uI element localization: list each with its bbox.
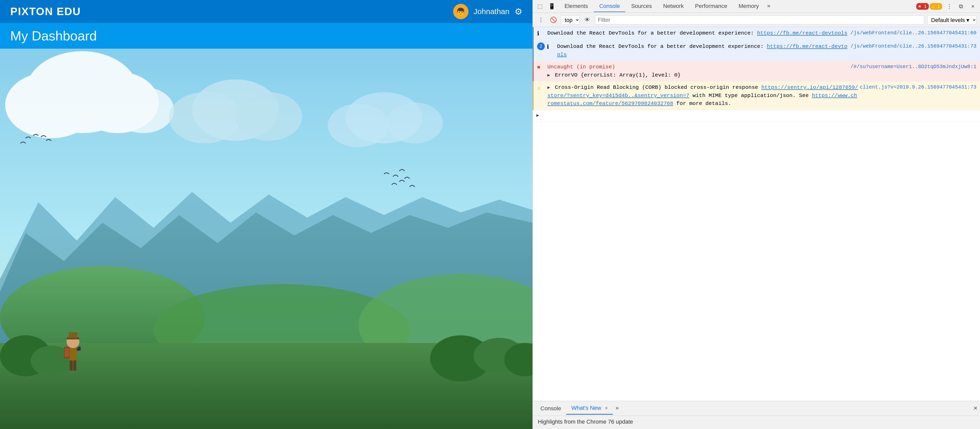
- msg-content-3: Uncaught (in promise) ▶ ErrorVO {errorLi…: [547, 63, 850, 79]
- tab-memory[interactable]: Memory: [733, 1, 764, 12]
- react-devtools-link-1[interactable]: https://fb.me/react-devtools: [757, 30, 847, 36]
- console-filter-input[interactable]: [595, 15, 924, 25]
- devtools-settings-button[interactable]: ⋮: [945, 2, 954, 11]
- console-eye-button[interactable]: 👁: [583, 15, 592, 25]
- svg-rect-28: [70, 361, 73, 371]
- tab-elements[interactable]: Elements: [559, 1, 594, 12]
- console-messages-area: ℹ Download the React DevTools for a bett…: [533, 27, 980, 401]
- warning-icon-1: ⚠: [537, 84, 545, 92]
- msg-content-1: Download the React DevTools for a better…: [547, 29, 850, 37]
- console-message-4: ⚠ ▶ Cross-Origin Read Blocking (CORB) bl…: [533, 81, 980, 110]
- pixton-main-content: [0, 49, 533, 429]
- devtools-panel: ⬚ 📱 Elements Console Sources Network Per…: [533, 0, 980, 429]
- dashboard-title: My Dashboard: [10, 28, 97, 43]
- tab-network[interactable]: Network: [657, 1, 689, 12]
- expand-arrow-3[interactable]: ▶: [536, 112, 539, 119]
- error-main-text: Uncaught (in promise): [547, 63, 850, 71]
- msg-location-2[interactable]: /js/webFrontend/clie..26.1569477045431:7…: [850, 43, 977, 50]
- expand-arrow-2[interactable]: ▶: [547, 85, 550, 90]
- svg-rect-29: [73, 361, 76, 371]
- pixton-user-area: 👦 Johnathan ⚙: [453, 4, 522, 19]
- console-expand-row: ▶: [533, 110, 980, 121]
- devtools-inspect-icon[interactable]: ⬚: [535, 2, 544, 11]
- svg-rect-27: [65, 348, 69, 357]
- bottom-tab-more[interactable]: »: [613, 403, 621, 414]
- devtools-bottom-panel: Console What's New × » × Highlights from…: [533, 401, 980, 429]
- expand-arrow-1[interactable]: ▶: [547, 73, 550, 78]
- pixton-app: PIXTON EDU 👦 Johnathan ⚙ My Dashboard: [0, 0, 533, 429]
- svg-point-4: [113, 87, 174, 133]
- console-toolbar: ⋮ 🚫 top 👁 Default levels ▾: [533, 13, 980, 27]
- svg-rect-31: [78, 346, 81, 349]
- svg-point-10: [387, 102, 443, 143]
- whats-new-text: Highlights from the Chrome 76 update: [538, 418, 633, 425]
- pixton-header: PIXTON EDU 👦 Johnathan ⚙: [0, 0, 533, 23]
- error-sub-text: ▶ ErrorVO {errorList: Array(1), level: 0…: [547, 71, 850, 79]
- error-icon-1: ✖: [537, 64, 545, 72]
- devtools-toolbar: ⬚ 📱 Elements Console Sources Network Per…: [533, 0, 980, 13]
- devtools-tabs: Elements Console Sources Network Perform…: [559, 1, 914, 12]
- devtools-badges: ✖ 1 ⚠ 1: [916, 3, 942, 10]
- pixton-dashboard-title-bar: My Dashboard: [0, 23, 533, 49]
- bottom-content-area: Highlights from the Chrome 76 update: [533, 416, 980, 428]
- tab-more[interactable]: »: [764, 1, 773, 11]
- msg-content-4: ▶ Cross-Origin Read Blocking (CORB) bloc…: [547, 83, 860, 108]
- context-selector[interactable]: top: [561, 15, 580, 25]
- info-icon-2: ℹ: [547, 43, 555, 51]
- msg-location-4[interactable]: client.js?v=2019.9.26.1569477045431:73: [860, 83, 977, 91]
- msg-location-1[interactable]: /js/webFrontend/clie..26.1569477045431:6…: [850, 29, 977, 37]
- console-message-1: ℹ Download the React DevTools for a bett…: [533, 27, 980, 40]
- tab-console[interactable]: Console: [594, 1, 626, 12]
- log-level-selector[interactable]: Default levels ▾: [927, 15, 977, 25]
- pixton-avatar: 👦: [453, 4, 468, 19]
- devtools-device-icon[interactable]: 📱: [547, 2, 556, 11]
- error-badge: ✖ 1: [916, 3, 929, 10]
- svg-point-7: [235, 92, 302, 141]
- console-message-3: ✖ Uncaught (in promise) ▶ ErrorVO {error…: [533, 61, 980, 81]
- devtools-close-button[interactable]: ×: [968, 2, 977, 11]
- pixton-scene-svg: [0, 49, 533, 429]
- pixton-settings-icon[interactable]: ⚙: [515, 6, 522, 17]
- react-devtools-link-2[interactable]: https://fb.me/react-devtools: [557, 43, 847, 57]
- bottom-tabs: Console What's New × » ×: [533, 401, 980, 416]
- msg-count-badge: 2: [537, 43, 545, 50]
- whats-new-tab-close[interactable]: ×: [605, 405, 608, 411]
- tab-sources[interactable]: Sources: [625, 1, 657, 12]
- pixton-username: Johnathan: [474, 7, 509, 16]
- svg-rect-25: [68, 332, 77, 338]
- sentry-link[interactable]: https://sentry.io/api/1287659/store/?sen…: [547, 84, 858, 99]
- info-icon-1: ℹ: [537, 30, 545, 38]
- devtools-dock-button[interactable]: ⧉: [956, 2, 966, 11]
- msg-content-2: Download the React DevTools for a better…: [557, 43, 850, 59]
- bottom-close-all-button[interactable]: ×: [974, 405, 977, 412]
- tab-performance[interactable]: Performance: [689, 1, 733, 12]
- console-more-button[interactable]: ⋮: [536, 15, 546, 25]
- bottom-tab-console[interactable]: Console: [535, 403, 566, 415]
- msg-location-3[interactable]: /#/su?username=User1..8D2tqD53mJndxjUw8:…: [850, 63, 977, 71]
- console-clear-button[interactable]: 🚫: [549, 15, 558, 25]
- bottom-tab-whats-new[interactable]: What's New ×: [566, 402, 613, 415]
- pixton-logo: PIXTON EDU: [10, 5, 81, 17]
- warn-badge: ⚠ 1: [930, 3, 942, 10]
- console-message-2: 2 ℹ Download the React DevTools for a be…: [533, 40, 980, 61]
